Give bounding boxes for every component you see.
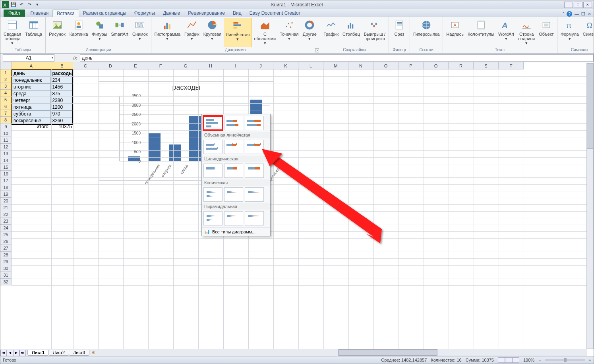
tab-insert[interactable]: Вставка xyxy=(52,10,79,17)
gallery-pyr-stacked[interactable] xyxy=(224,211,243,225)
minimize-button[interactable]: — xyxy=(564,2,573,8)
sparkline-line-button[interactable]: График xyxy=(322,18,340,47)
sparkline-column-button[interactable]: Столбец xyxy=(341,18,362,47)
gallery-cyl-stacked[interactable] xyxy=(224,164,243,178)
gallery-cone-clustered[interactable] xyxy=(203,187,223,202)
row-header[interactable]: 31 xyxy=(0,272,12,279)
row-header[interactable]: 15 xyxy=(0,164,12,171)
column-header[interactable]: S xyxy=(474,62,499,69)
tab-nav-last[interactable]: ⏭ xyxy=(19,350,26,356)
name-box[interactable]: A1 xyxy=(3,54,54,62)
gallery-cone-100stacked[interactable] xyxy=(245,187,264,202)
row-header[interactable]: 12 xyxy=(0,144,12,150)
slicer-button[interactable]: Срез xyxy=(391,18,408,47)
row-header[interactable]: 30 xyxy=(0,265,12,272)
column-header[interactable]: C xyxy=(73,62,98,69)
zoom-out-button[interactable]: − xyxy=(538,358,541,362)
column-header[interactable]: P xyxy=(399,62,424,69)
worksheet-grid[interactable]: ABCDEFGHIJKLMNOPQRST 1234567891011121314… xyxy=(0,62,594,350)
excel-icon[interactable]: X xyxy=(2,1,9,8)
tab-view[interactable]: Вид xyxy=(229,10,246,17)
charts-dialog-launcher[interactable]: ↘ xyxy=(315,48,319,52)
row-header[interactable]: 10 xyxy=(0,130,12,137)
totals-row[interactable]: итого: 10375 xyxy=(12,123,73,130)
row-header[interactable]: 1 xyxy=(0,69,12,76)
row-header[interactable]: 17 xyxy=(0,177,12,184)
vertical-scrollbar[interactable] xyxy=(586,63,594,349)
column-header[interactable]: M xyxy=(323,62,348,69)
fx-icon[interactable]: fx xyxy=(70,55,80,61)
sheet-tab-1[interactable]: Лист1 xyxy=(27,350,49,356)
row-header[interactable]: 23 xyxy=(0,218,12,225)
column-header[interactable]: Q xyxy=(424,62,449,69)
column-header[interactable]: K xyxy=(273,62,298,69)
table-button[interactable]: Таблица xyxy=(23,18,44,47)
gallery-cone-stacked[interactable] xyxy=(224,187,243,202)
gallery-cyl-100stacked[interactable] xyxy=(245,164,264,178)
row-header[interactable]: 9 xyxy=(0,123,12,130)
header-footer-button[interactable]: Колонтитулы xyxy=(466,18,496,47)
file-tab[interactable]: Файл xyxy=(4,10,25,17)
row-header[interactable]: 16 xyxy=(0,171,12,177)
save-icon[interactable]: 💾 xyxy=(10,1,17,8)
row-header[interactable]: 3 xyxy=(0,83,12,90)
column-header[interactable]: H xyxy=(198,62,223,69)
bar-chart-button[interactable]: Линейчатая▾ xyxy=(224,18,252,47)
tab-formulas[interactable]: Формулы xyxy=(130,10,159,17)
maximize-button[interactable]: □ xyxy=(574,2,582,8)
row-header[interactable]: 32 xyxy=(0,279,12,285)
row-header[interactable]: 29 xyxy=(0,258,12,265)
doc-restore-icon[interactable]: ❐ xyxy=(581,12,585,17)
total-value-cell[interactable]: 10375 xyxy=(51,123,73,130)
row-header[interactable]: 7 xyxy=(0,110,12,117)
smartart-button[interactable]: SmartArt xyxy=(110,18,130,47)
tab-review[interactable]: Рецензирование xyxy=(184,10,229,17)
row-header[interactable]: 4 xyxy=(0,90,12,96)
tab-nav-prev[interactable]: ◀ xyxy=(7,350,13,356)
row-header[interactable]: 8 xyxy=(0,117,12,123)
all-chart-types-button[interactable]: 📊 Все типы диаграмм... xyxy=(202,227,270,236)
horizontal-scrollbar[interactable] xyxy=(338,349,586,356)
row-header[interactable]: 14 xyxy=(0,157,12,164)
other-charts-button[interactable]: Другие▾ xyxy=(301,18,318,47)
zoom-in-button[interactable]: + xyxy=(589,358,591,362)
column-header[interactable]: G xyxy=(173,62,198,69)
zoom-level[interactable]: 100% xyxy=(523,358,534,362)
tab-data[interactable]: Данные xyxy=(159,10,184,17)
tab-home[interactable]: Главная xyxy=(27,10,53,17)
screenshot-button[interactable]: Снимок▾ xyxy=(131,18,149,47)
row-header[interactable]: 25 xyxy=(0,231,12,238)
column-header[interactable]: I xyxy=(223,62,248,69)
row-header[interactable]: 21 xyxy=(0,204,12,211)
signature-line-button[interactable]: Строка подписи▾ xyxy=(517,18,536,47)
view-page-layout-button[interactable] xyxy=(505,357,512,363)
pie-chart-button[interactable]: Круговая▾ xyxy=(202,18,223,47)
row-header[interactable]: 24 xyxy=(0,225,12,231)
formula-input[interactable]: день xyxy=(80,54,594,62)
column-header[interactable]: O xyxy=(373,62,399,69)
gallery-3dbar-clustered[interactable] xyxy=(203,140,223,154)
close-button[interactable]: ✕ xyxy=(583,2,592,8)
undo-icon[interactable]: ↶ xyxy=(18,1,25,8)
row-header[interactable]: 6 xyxy=(0,103,12,110)
tab-nav-next[interactable]: ▶ xyxy=(13,350,19,356)
ribbon-minimize-icon[interactable]: ˇ xyxy=(563,12,564,16)
gallery-pyr-100stacked[interactable] xyxy=(245,211,264,225)
redo-icon[interactable]: ↷ xyxy=(26,1,33,8)
tab-easy-doc[interactable]: Easy Document Creator xyxy=(246,10,304,17)
column-header[interactable]: L xyxy=(298,62,323,69)
row-header[interactable]: 11 xyxy=(0,137,12,144)
gallery-bar-100stacked[interactable] xyxy=(245,116,264,130)
new-sheet-button[interactable]: ✱ xyxy=(89,350,97,355)
column-header[interactable]: D xyxy=(98,62,123,69)
line-chart-button[interactable]: График▾ xyxy=(183,18,201,47)
column-header[interactable]: F xyxy=(148,62,173,69)
column-header[interactable]: E xyxy=(123,62,148,69)
object-button[interactable]: Объект xyxy=(537,18,555,47)
row-header[interactable]: 22 xyxy=(0,211,12,218)
gallery-cyl-clustered[interactable] xyxy=(203,164,223,178)
hyperlink-button[interactable]: Гиперссылка xyxy=(412,18,441,47)
tab-page-layout[interactable]: Разметка страницы xyxy=(79,10,130,17)
doc-minimize-icon[interactable]: — xyxy=(575,12,579,16)
row-header[interactable]: 28 xyxy=(0,252,12,258)
